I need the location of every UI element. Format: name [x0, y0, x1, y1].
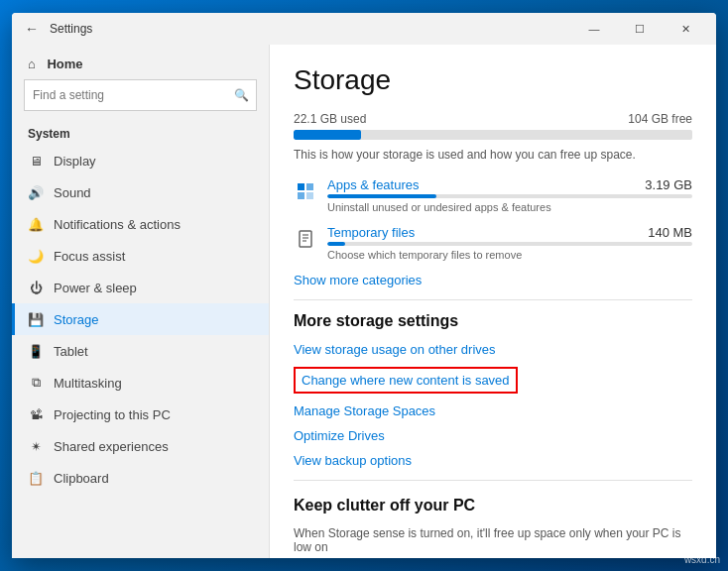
keep-clutter-section: Keep clutter off your PC When Storage se… — [294, 497, 692, 554]
sidebar-item-display[interactable]: 🖥 Display — [12, 145, 269, 176]
temp-bar-fill — [327, 242, 345, 246]
sidebar-item-shared-experiences[interactable]: ✴ Shared experiences — [12, 430, 269, 462]
sidebar-item-label: Tablet — [54, 344, 88, 359]
divider — [294, 299, 692, 300]
storage-item-apps: Apps & features 3.19 GB Uninstall unused… — [294, 177, 692, 213]
multitasking-icon: ⧉ — [28, 375, 44, 391]
sidebar-item-label: Notifications & actions — [54, 217, 181, 232]
temp-bar — [327, 242, 692, 246]
apps-desc: Uninstall unused or undesired apps & fea… — [327, 201, 692, 213]
window-title: Settings — [50, 22, 571, 36]
settings-window: ← Settings — ☐ ✕ ⌂ Home 🔍 System — [12, 13, 716, 558]
manage-spaces-link[interactable]: Manage Storage Spaces — [294, 403, 692, 418]
storage-icon: 💾 — [28, 311, 44, 327]
apps-label: Apps & features — [327, 177, 420, 192]
watermark: wsxd.cn — [684, 554, 720, 565]
search-input[interactable] — [24, 79, 257, 111]
svg-rect-0 — [298, 183, 304, 190]
sidebar-item-sound[interactable]: 🔊 Sound — [12, 176, 269, 208]
sidebar-item-notifications[interactable]: 🔔 Notifications & actions — [12, 208, 269, 240]
tablet-icon: 📱 — [28, 343, 44, 359]
apps-info: Apps & features 3.19 GB Uninstall unused… — [327, 177, 692, 213]
desktop: ← Settings — ☐ ✕ ⌂ Home 🔍 System — [0, 0, 728, 571]
optimize-drives-link[interactable]: Optimize Drives — [294, 428, 692, 443]
sidebar: ⌂ Home 🔍 System 🖥 Display 🔊 Sound � — [12, 45, 270, 558]
sidebar-item-tablet[interactable]: 📱 Tablet — [12, 335, 269, 367]
storage-description: This is how your storage is used and how… — [294, 148, 692, 162]
sound-icon: 🔊 — [28, 184, 44, 200]
keep-clutter-desc: When Storage sense is turned on, it'll f… — [294, 526, 692, 554]
search-box[interactable]: 🔍 — [24, 79, 257, 111]
close-button[interactable]: ✕ — [663, 13, 708, 45]
maximize-button[interactable]: ☐ — [617, 13, 663, 45]
storage-bar-fill — [294, 130, 361, 140]
apps-icon — [294, 179, 317, 203]
storage-bar-container: 22.1 GB used 104 GB free — [294, 112, 692, 140]
sidebar-item-label: Display — [54, 154, 96, 169]
minimize-button[interactable]: — — [571, 13, 617, 45]
home-icon: ⌂ — [28, 57, 36, 71]
apps-bar — [327, 194, 692, 198]
svg-rect-1 — [306, 183, 313, 190]
projecting-icon: 📽 — [28, 406, 44, 422]
temp-size: 140 MB — [648, 225, 692, 240]
temp-icon — [294, 227, 317, 251]
sidebar-item-label: Power & sleep — [54, 281, 137, 295]
home-label: Home — [47, 57, 82, 71]
temp-desc: Choose which temporary files to remove — [327, 249, 692, 261]
divider-2 — [294, 480, 692, 481]
apps-bar-fill — [327, 194, 436, 198]
system-label: System — [12, 119, 269, 145]
svg-rect-2 — [298, 192, 304, 199]
sidebar-item-label: Projecting to this PC — [54, 407, 171, 422]
temp-header[interactable]: Temporary files 140 MB — [327, 225, 692, 240]
storage-item-temp: Temporary files 140 MB Choose which temp… — [294, 225, 692, 261]
more-settings-title: More storage settings — [294, 312, 692, 330]
sidebar-item-label: Storage — [54, 312, 99, 327]
title-bar: ← Settings — ☐ ✕ — [12, 13, 716, 45]
notifications-icon: 🔔 — [28, 216, 44, 232]
svg-rect-3 — [306, 192, 313, 199]
storage-free: 104 GB free — [628, 112, 692, 126]
sidebar-item-label: Multitasking — [54, 376, 122, 391]
page-title: Storage — [294, 64, 692, 96]
window-controls: — ☐ ✕ — [571, 13, 708, 45]
power-sleep-icon: ⏻ — [28, 280, 44, 295]
backup-options-link[interactable]: View backup options — [294, 453, 692, 468]
view-usage-link[interactable]: View storage usage on other drives — [294, 342, 692, 357]
apps-header[interactable]: Apps & features 3.19 GB — [327, 177, 692, 192]
sidebar-item-focus-assist[interactable]: 🌙 Focus assist — [12, 240, 269, 272]
sidebar-item-multitasking[interactable]: ⧉ Multitasking — [12, 367, 269, 399]
display-icon: 🖥 — [28, 153, 44, 169]
storage-bar — [294, 130, 692, 140]
focus-assist-icon: 🌙 — [28, 248, 44, 264]
main-content: Storage 22.1 GB used 104 GB free This is… — [270, 45, 716, 558]
keep-clutter-title: Keep clutter off your PC — [294, 497, 692, 514]
sidebar-home[interactable]: ⌂ Home — [12, 45, 269, 79]
storage-labels: 22.1 GB used 104 GB free — [294, 112, 692, 126]
storage-used: 22.1 GB used — [294, 112, 366, 126]
sidebar-item-power-sleep[interactable]: ⏻ Power & sleep — [12, 272, 269, 303]
sidebar-item-storage[interactable]: 💾 Storage — [12, 303, 269, 335]
sidebar-item-label: Sound — [54, 185, 91, 200]
sidebar-item-projecting[interactable]: 📽 Projecting to this PC — [12, 399, 269, 430]
apps-size: 3.19 GB — [645, 177, 692, 192]
sidebar-item-label: Shared experiences — [54, 439, 169, 454]
show-more-link[interactable]: Show more categories — [294, 273, 692, 287]
search-icon: 🔍 — [234, 88, 249, 102]
temp-info: Temporary files 140 MB Choose which temp… — [327, 225, 692, 261]
shared-experiences-icon: ✴ — [28, 438, 44, 454]
window-content: ⌂ Home 🔍 System 🖥 Display 🔊 Sound � — [12, 45, 716, 558]
back-button[interactable]: ← — [20, 17, 44, 41]
sidebar-item-label: Clipboard — [54, 471, 109, 486]
change-location-link[interactable]: Change where new content is saved — [294, 367, 518, 394]
sidebar-item-clipboard[interactable]: 📋 Clipboard — [12, 462, 269, 494]
svg-rect-4 — [300, 231, 311, 247]
sidebar-item-label: Focus assist — [54, 249, 125, 264]
temp-label: Temporary files — [327, 225, 415, 240]
clipboard-icon: 📋 — [28, 470, 44, 486]
